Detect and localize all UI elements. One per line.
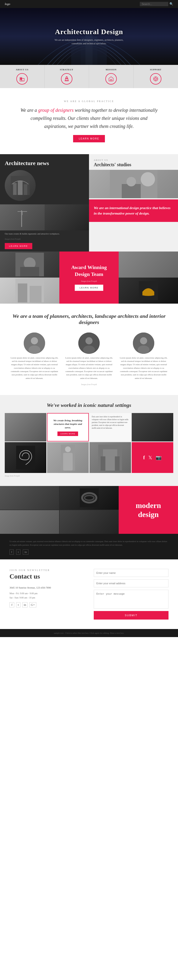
building-icon xyxy=(19,76,25,82)
arch-news-desc: Our team creates & builds ergonomic and … xyxy=(0,231,89,237)
award-left-imgs xyxy=(0,251,59,304)
iconic-section: We've worked in iconic natural settings … xyxy=(0,395,178,486)
form-message-input[interactable] xyxy=(94,590,168,609)
footer-lorem-text: Ut enim ad minim veniam, quis nostrud ex… xyxy=(10,540,168,547)
contact-gplus-icon[interactable]: G+ xyxy=(29,602,36,608)
svg-rect-1 xyxy=(85,32,93,65)
modern-img-2 xyxy=(59,486,119,510)
social-twitter-icon[interactable]: 𝕏 xyxy=(148,455,152,460)
form-submit-btn[interactable]: SUBMIT xyxy=(94,611,168,620)
svg-rect-20 xyxy=(18,181,22,195)
svg-rect-44 xyxy=(138,345,149,354)
studios-img xyxy=(89,170,178,198)
svg-point-28 xyxy=(127,177,136,186)
svg-point-26 xyxy=(141,172,155,186)
svg-point-13 xyxy=(155,78,157,80)
nav-item-mission[interactable]: MISSION xyxy=(89,65,134,88)
svg-point-47 xyxy=(65,446,71,452)
contact-facebook-icon[interactable]: f xyxy=(10,602,14,608)
studios-red-box: We are an international design practice … xyxy=(89,199,178,222)
hero-section: Architectural Design We are an independe… xyxy=(0,8,178,65)
svg-rect-7 xyxy=(21,78,21,79)
svg-rect-19 xyxy=(13,183,17,195)
iconic-credit: Image from Freepik xyxy=(0,473,178,479)
award-learn-btn[interactable]: LEARN MORE xyxy=(75,285,103,291)
chess-icon xyxy=(64,76,69,82)
spiral-svg xyxy=(16,446,35,469)
team-item-3: Lorem ipsum dolor sit amet, consectetur … xyxy=(119,332,168,380)
award-right-imgs xyxy=(119,251,178,304)
form-email-input[interactable] xyxy=(94,579,168,587)
nav-item-support[interactable]: SUPPORT xyxy=(134,65,178,88)
nav-icon-wrap-strategy xyxy=(61,73,72,84)
arch-news-circle-img xyxy=(5,170,35,201)
crane-svg xyxy=(15,208,29,227)
team-img-2-svg xyxy=(78,332,100,354)
team-item-1: Lorem ipsum dolor sit amet, consectetur … xyxy=(10,332,59,380)
iconic-person-img xyxy=(47,442,88,473)
studios-img-svg xyxy=(110,170,157,198)
iconic-img-1 xyxy=(5,413,46,441)
svg-rect-11 xyxy=(111,80,112,81)
hero-title: Architectural Design xyxy=(55,28,123,36)
svg-rect-31 xyxy=(20,267,39,276)
nav-icon-wrap-support xyxy=(150,73,161,84)
footer-linkedin-icon[interactable]: in xyxy=(23,549,29,555)
search-input[interactable] xyxy=(140,2,168,6)
contact-linkedin-icon[interactable]: in xyxy=(22,602,27,608)
award-img-right-bottom xyxy=(119,278,178,304)
modern-imgs-left xyxy=(0,486,119,534)
footer-top-section: Ut enim ad minim veniam, quis nostrud ex… xyxy=(0,534,178,559)
arch-news-img-left xyxy=(0,204,45,231)
svg-rect-9 xyxy=(21,79,21,80)
lifesaver-icon xyxy=(153,76,159,82)
team-circle-3 xyxy=(133,332,154,354)
iconic-img-4 xyxy=(90,442,131,473)
svg-rect-5 xyxy=(22,78,24,81)
arch-news-learn-btn[interactable]: LEARN MORE xyxy=(5,243,32,249)
svg-rect-21 xyxy=(24,184,27,195)
arch-news-title: Architecture news xyxy=(0,154,89,170)
global-practice-section: WE ARE A GLOBAL PRACTICE We are a group … xyxy=(0,88,178,154)
nav-item-about[interactable]: ABOUT US xyxy=(0,65,45,88)
learn-more-global-btn[interactable]: LEARN MORE xyxy=(73,135,105,142)
team-section: We are a team of planners, architects, l… xyxy=(0,304,178,395)
svg-point-43 xyxy=(140,337,147,344)
footer-facebook-icon[interactable]: f xyxy=(10,549,14,555)
nav-label-support: SUPPORT xyxy=(150,68,162,71)
svg-rect-2 xyxy=(71,44,81,65)
newsletter-grid: JOIN OUR NEWSLETTER Contact us 3045 10 S… xyxy=(10,569,168,620)
global-text-highlight: group of designers xyxy=(38,108,74,113)
svg-rect-34 xyxy=(30,286,42,302)
svg-rect-3 xyxy=(97,44,107,65)
modern-title: modern design xyxy=(126,501,171,519)
team-item-2: Lorem ipsum dolor sit amet, consectetur … xyxy=(64,332,114,380)
iconic-learn-btn[interactable]: LEARN MORE xyxy=(58,431,78,436)
contact-twitter-icon[interactable]: t xyxy=(16,602,21,608)
search-icon[interactable]: 🔍 xyxy=(170,2,173,6)
svg-rect-10 xyxy=(21,79,22,80)
nav-icons: ABOUT US STRATEGY MISSION SUPPORT xyxy=(0,65,178,88)
contact-hours-1: Mon - Fri: 9:00 am - 9:00 pm xyxy=(10,591,84,596)
newsletter-title: Contact us xyxy=(10,573,84,580)
form-name-input[interactable] xyxy=(94,569,168,577)
hero-arch-decoration xyxy=(0,8,178,65)
footer-bottom: sample text · Click to select this text … xyxy=(0,629,178,637)
iconic-social-box: f 𝕏 📷 xyxy=(132,442,173,473)
social-facebook-icon[interactable]: f xyxy=(143,455,145,460)
nav-item-strategy[interactable]: STRATEGY xyxy=(45,65,89,88)
social-instagram-icon[interactable]: 📷 xyxy=(156,455,162,460)
section-label: WE ARE A GLOBAL PRACTICE xyxy=(19,100,159,103)
iconic-title: We've worked in iconic natural settings xyxy=(0,400,178,413)
award-img-top xyxy=(0,251,59,278)
iconic-quote-text: We create living, breathing structures t… xyxy=(50,419,85,430)
award-title: Award Winning Design Team xyxy=(64,264,114,278)
iconic-lorem-box: Duis aute irure dolor in reprehenderit i… xyxy=(90,413,131,441)
svg-rect-45 xyxy=(16,446,35,469)
iconic-row1: We create living, breathing structures t… xyxy=(0,413,178,441)
footer-twitter-icon[interactable]: t xyxy=(16,549,21,555)
team-img-1-svg xyxy=(24,332,45,354)
team-img-3-svg xyxy=(133,332,154,354)
contact-hours-2: Sat - Sun: 9:00 am - 10 pm xyxy=(10,596,84,600)
svg-point-37 xyxy=(31,337,38,344)
